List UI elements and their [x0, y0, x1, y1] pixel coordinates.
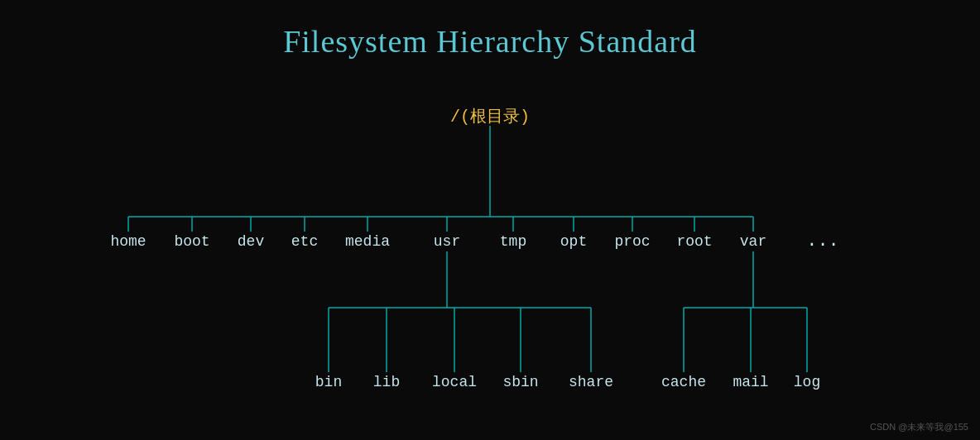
svg-text:media: media — [345, 233, 390, 250]
svg-text:var: var — [740, 233, 766, 250]
page-title: Filesystem Hierarchy Standard — [0, 0, 980, 60]
tree-diagram: /(根目录)homebootdevetcmediausrtmpoptprocro… — [0, 68, 980, 423]
svg-text:lib: lib — [373, 374, 400, 390]
svg-text:cache: cache — [661, 374, 706, 390]
svg-text:boot: boot — [174, 233, 209, 250]
svg-text:sbin: sbin — [502, 374, 538, 390]
svg-text:local: local — [432, 374, 477, 390]
svg-text:mail: mail — [733, 374, 768, 390]
watermark: CSDN @未来等我@155 — [870, 421, 968, 433]
svg-text:etc: etc — [291, 233, 318, 250]
svg-text:opt: opt — [560, 233, 587, 250]
diagram-container: /(根目录)homebootdevetcmediausrtmpoptprocro… — [0, 68, 980, 423]
svg-text:share: share — [569, 374, 613, 390]
svg-text:log: log — [794, 374, 820, 390]
svg-text:/(根目录): /(根目录) — [450, 108, 530, 127]
svg-text:bin: bin — [315, 374, 342, 390]
svg-text:dev: dev — [238, 233, 265, 250]
svg-text:root: root — [676, 233, 712, 250]
svg-text:home: home — [110, 233, 146, 250]
svg-text:proc: proc — [614, 233, 650, 250]
svg-text:usr: usr — [434, 233, 460, 250]
svg-text:tmp: tmp — [500, 233, 526, 250]
svg-text:...: ... — [806, 231, 839, 251]
